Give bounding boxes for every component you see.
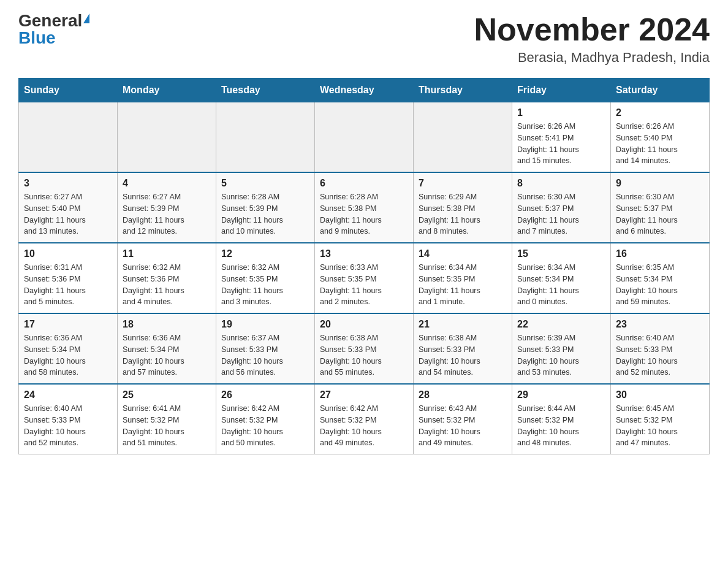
day-number: 13	[320, 248, 408, 259]
day-info: Sunrise: 6:29 AM Sunset: 5:38 PM Dayligh…	[419, 191, 507, 237]
calendar-table: SundayMondayTuesdayWednesdayThursdayFrid…	[18, 78, 710, 454]
calendar-day-cell: 25Sunrise: 6:41 AM Sunset: 5:32 PM Dayli…	[118, 384, 216, 454]
day-of-week-header: Monday	[118, 79, 216, 102]
title-area: November 2024 Berasia, Madhya Pradesh, I…	[474, 12, 710, 66]
day-info: Sunrise: 6:32 AM Sunset: 5:36 PM Dayligh…	[123, 262, 211, 308]
day-number: 12	[221, 248, 309, 259]
day-info: Sunrise: 6:40 AM Sunset: 5:33 PM Dayligh…	[24, 403, 112, 449]
day-number: 9	[616, 178, 704, 189]
calendar-day-cell: 24Sunrise: 6:40 AM Sunset: 5:33 PM Dayli…	[19, 384, 118, 454]
calendar-day-cell: 1Sunrise: 6:26 AM Sunset: 5:41 PM Daylig…	[512, 102, 611, 173]
calendar-day-cell: 28Sunrise: 6:43 AM Sunset: 5:32 PM Dayli…	[414, 384, 512, 454]
day-number: 30	[616, 389, 704, 400]
day-number: 11	[123, 248, 211, 259]
day-number: 20	[320, 319, 408, 330]
location-subtitle: Berasia, Madhya Pradesh, India	[474, 50, 710, 66]
day-info: Sunrise: 6:30 AM Sunset: 5:37 PM Dayligh…	[517, 191, 605, 237]
calendar-day-cell: 3Sunrise: 6:27 AM Sunset: 5:40 PM Daylig…	[19, 172, 118, 243]
calendar-day-cell	[414, 102, 512, 173]
day-info: Sunrise: 6:39 AM Sunset: 5:33 PM Dayligh…	[517, 332, 605, 378]
day-info: Sunrise: 6:34 AM Sunset: 5:35 PM Dayligh…	[419, 262, 507, 308]
calendar-day-cell: 22Sunrise: 6:39 AM Sunset: 5:33 PM Dayli…	[512, 313, 611, 384]
calendar-day-cell: 20Sunrise: 6:38 AM Sunset: 5:33 PM Dayli…	[315, 313, 414, 384]
day-info: Sunrise: 6:40 AM Sunset: 5:33 PM Dayligh…	[616, 332, 704, 378]
calendar-day-cell: 7Sunrise: 6:29 AM Sunset: 5:38 PM Daylig…	[414, 172, 512, 243]
day-number: 10	[24, 248, 112, 259]
calendar-day-cell: 27Sunrise: 6:42 AM Sunset: 5:32 PM Dayli…	[315, 384, 414, 454]
day-number: 27	[320, 389, 408, 400]
calendar-day-cell: 8Sunrise: 6:30 AM Sunset: 5:37 PM Daylig…	[512, 172, 611, 243]
day-info: Sunrise: 6:43 AM Sunset: 5:32 PM Dayligh…	[419, 403, 507, 449]
day-info: Sunrise: 6:38 AM Sunset: 5:33 PM Dayligh…	[320, 332, 408, 378]
day-info: Sunrise: 6:31 AM Sunset: 5:36 PM Dayligh…	[24, 262, 112, 308]
calendar-day-cell	[118, 102, 216, 173]
day-number: 25	[123, 389, 211, 400]
day-info: Sunrise: 6:28 AM Sunset: 5:39 PM Dayligh…	[221, 191, 309, 237]
calendar-week-row: 3Sunrise: 6:27 AM Sunset: 5:40 PM Daylig…	[19, 172, 710, 243]
day-number: 14	[419, 248, 507, 259]
day-number: 19	[221, 319, 309, 330]
calendar-day-cell: 19Sunrise: 6:37 AM Sunset: 5:33 PM Dayli…	[216, 313, 315, 384]
day-info: Sunrise: 6:30 AM Sunset: 5:37 PM Dayligh…	[616, 191, 704, 237]
calendar-day-cell: 30Sunrise: 6:45 AM Sunset: 5:32 PM Dayli…	[611, 384, 710, 454]
day-number: 4	[123, 178, 211, 189]
calendar-day-cell: 11Sunrise: 6:32 AM Sunset: 5:36 PM Dayli…	[118, 243, 216, 313]
calendar-day-cell	[216, 102, 315, 173]
day-number: 26	[221, 389, 309, 400]
day-of-week-header: Sunday	[19, 79, 118, 102]
day-number: 21	[419, 319, 507, 330]
calendar-day-cell	[19, 102, 118, 173]
calendar-header-row: SundayMondayTuesdayWednesdayThursdayFrid…	[19, 79, 710, 102]
calendar-day-cell: 9Sunrise: 6:30 AM Sunset: 5:37 PM Daylig…	[611, 172, 710, 243]
calendar-day-cell: 10Sunrise: 6:31 AM Sunset: 5:36 PM Dayli…	[19, 243, 118, 313]
day-number: 18	[123, 319, 211, 330]
calendar-day-cell: 26Sunrise: 6:42 AM Sunset: 5:32 PM Dayli…	[216, 384, 315, 454]
calendar-day-cell: 12Sunrise: 6:32 AM Sunset: 5:35 PM Dayli…	[216, 243, 315, 313]
day-number: 23	[616, 319, 704, 330]
day-number: 5	[221, 178, 309, 189]
calendar-day-cell: 21Sunrise: 6:38 AM Sunset: 5:33 PM Dayli…	[414, 313, 512, 384]
logo: General Blue	[18, 12, 89, 47]
day-info: Sunrise: 6:32 AM Sunset: 5:35 PM Dayligh…	[221, 262, 309, 308]
day-info: Sunrise: 6:41 AM Sunset: 5:32 PM Dayligh…	[123, 403, 211, 449]
calendar-week-row: 17Sunrise: 6:36 AM Sunset: 5:34 PM Dayli…	[19, 313, 710, 384]
day-number: 3	[24, 178, 112, 189]
day-info: Sunrise: 6:27 AM Sunset: 5:39 PM Dayligh…	[123, 191, 211, 237]
calendar-day-cell: 5Sunrise: 6:28 AM Sunset: 5:39 PM Daylig…	[216, 172, 315, 243]
calendar-week-row: 24Sunrise: 6:40 AM Sunset: 5:33 PM Dayli…	[19, 384, 710, 454]
day-number: 15	[517, 248, 605, 259]
day-info: Sunrise: 6:36 AM Sunset: 5:34 PM Dayligh…	[123, 332, 211, 378]
day-number: 28	[419, 389, 507, 400]
calendar-day-cell: 4Sunrise: 6:27 AM Sunset: 5:39 PM Daylig…	[118, 172, 216, 243]
day-info: Sunrise: 6:44 AM Sunset: 5:32 PM Dayligh…	[517, 403, 605, 449]
day-number: 16	[616, 248, 704, 259]
day-info: Sunrise: 6:33 AM Sunset: 5:35 PM Dayligh…	[320, 262, 408, 308]
day-of-week-header: Tuesday	[216, 79, 315, 102]
day-info: Sunrise: 6:42 AM Sunset: 5:32 PM Dayligh…	[320, 403, 408, 449]
day-info: Sunrise: 6:26 AM Sunset: 5:40 PM Dayligh…	[616, 121, 704, 167]
calendar-day-cell: 23Sunrise: 6:40 AM Sunset: 5:33 PM Dayli…	[611, 313, 710, 384]
day-info: Sunrise: 6:42 AM Sunset: 5:32 PM Dayligh…	[221, 403, 309, 449]
logo-triangle-icon	[83, 13, 89, 23]
calendar-day-cell: 13Sunrise: 6:33 AM Sunset: 5:35 PM Dayli…	[315, 243, 414, 313]
calendar-day-cell: 6Sunrise: 6:28 AM Sunset: 5:38 PM Daylig…	[315, 172, 414, 243]
day-info: Sunrise: 6:35 AM Sunset: 5:34 PM Dayligh…	[616, 262, 704, 308]
calendar-day-cell: 29Sunrise: 6:44 AM Sunset: 5:32 PM Dayli…	[512, 384, 611, 454]
day-number: 8	[517, 178, 605, 189]
calendar-day-cell: 17Sunrise: 6:36 AM Sunset: 5:34 PM Dayli…	[19, 313, 118, 384]
day-info: Sunrise: 6:36 AM Sunset: 5:34 PM Dayligh…	[24, 332, 112, 378]
day-info: Sunrise: 6:45 AM Sunset: 5:32 PM Dayligh…	[616, 403, 704, 449]
day-number: 7	[419, 178, 507, 189]
day-of-week-header: Thursday	[414, 79, 512, 102]
calendar-day-cell: 2Sunrise: 6:26 AM Sunset: 5:40 PM Daylig…	[611, 102, 710, 173]
calendar-week-row: 10Sunrise: 6:31 AM Sunset: 5:36 PM Dayli…	[19, 243, 710, 313]
day-of-week-header: Wednesday	[315, 79, 414, 102]
day-info: Sunrise: 6:34 AM Sunset: 5:34 PM Dayligh…	[517, 262, 605, 308]
day-number: 29	[517, 389, 605, 400]
day-info: Sunrise: 6:38 AM Sunset: 5:33 PM Dayligh…	[419, 332, 507, 378]
calendar-day-cell	[315, 102, 414, 173]
calendar-day-cell: 18Sunrise: 6:36 AM Sunset: 5:34 PM Dayli…	[118, 313, 216, 384]
logo-blue-text: Blue	[18, 28, 56, 47]
page-header: General Blue November 2024 Berasia, Madh…	[18, 12, 710, 66]
day-of-week-header: Friday	[512, 79, 611, 102]
